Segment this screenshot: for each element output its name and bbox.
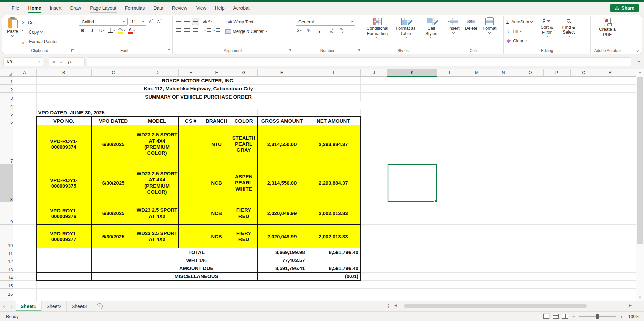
top-align-button[interactable] <box>175 18 182 25</box>
column-header-a[interactable]: A <box>13 69 36 76</box>
cell-misc-gross[interactable] <box>257 272 307 280</box>
cells-row12-right[interactable] <box>360 256 636 264</box>
cell-title-company[interactable]: ROYCE MOTOR CENTER, INC. <box>36 76 360 84</box>
cell-cs-2[interactable] <box>178 164 203 202</box>
align-right-button[interactable] <box>192 26 199 34</box>
zoom-slider-thumb[interactable] <box>596 314 599 319</box>
find-select-button[interactable]: Find & Select <box>558 17 579 38</box>
decrease-decimal-button[interactable]: .00→0 <box>338 27 345 34</box>
borders-button[interactable] <box>108 27 115 34</box>
middle-align-button[interactable] <box>183 18 191 25</box>
cell-a17-partial[interactable] <box>13 297 36 301</box>
cell-title-summary[interactable]: SUMMARY OF VEHICLE PURCHASE ORDER <box>36 92 360 101</box>
column-header-h[interactable]: H <box>257 69 307 76</box>
prev-sheet-button[interactable]: ‹ <box>0 301 8 311</box>
underline-button[interactable]: U <box>98 27 106 34</box>
cell-amount-due-label[interactable]: AMOUNT DUE <box>136 264 257 272</box>
orientation-button[interactable]: ab↗ <box>203 18 212 25</box>
row-header-11[interactable]: 11 <box>0 248 13 256</box>
column-header-q[interactable]: Q <box>570 69 597 76</box>
cells-row16[interactable] <box>36 288 636 297</box>
cell-gross-1[interactable]: 2,314,550.00 <box>257 125 307 164</box>
row-header-3[interactable]: 3 <box>0 92 13 101</box>
cell-misc-label[interactable]: MISCELLANEOUS <box>136 272 257 280</box>
column-header-p[interactable]: P <box>543 69 570 76</box>
column-header-sliver[interactable] <box>624 69 636 76</box>
cell-k8-selected[interactable] <box>387 164 437 202</box>
hscroll-right-icon[interactable]: ▶ <box>629 304 632 307</box>
cell-total-net[interactable]: 8,591,796.40 <box>307 248 360 256</box>
row-header-1[interactable]: 1 <box>0 76 13 84</box>
insert-function-button[interactable]: fx <box>68 59 72 65</box>
cells-row14-right[interactable] <box>360 272 636 280</box>
cell-net-3[interactable]: 2,002,013.83 <box>307 202 360 224</box>
enter-button[interactable]: ✓ <box>60 59 64 65</box>
align-center-button[interactable] <box>183 26 191 34</box>
wrap-text-button[interactable]: ↩ab Wrap Text <box>225 18 267 26</box>
vertical-scrollbar-thumb[interactable] <box>637 77 643 244</box>
column-header-e[interactable]: E <box>178 69 203 76</box>
tab-help[interactable]: Help <box>211 3 229 13</box>
tab-file[interactable]: File <box>7 3 24 13</box>
font-size-combo[interactable]: 11 <box>129 18 146 26</box>
cells-row2-right[interactable] <box>360 84 636 92</box>
cell-h5[interactable] <box>257 109 307 117</box>
cell-a7[interactable] <box>13 125 36 164</box>
name-box[interactable]: K8 <box>3 57 43 66</box>
cells-row6-right[interactable] <box>360 117 636 125</box>
cells-row15[interactable] <box>36 280 636 288</box>
tab-data[interactable]: Data <box>149 3 168 13</box>
select-all-corner[interactable] <box>0 69 13 76</box>
cell-vpo-dated-3[interactable]: 6/30/2025 <box>91 202 136 224</box>
delete-cells-button[interactable]: ✕ Delete <box>463 17 479 34</box>
increase-font-button[interactable]: Aˆ <box>147 18 155 25</box>
cell-a6[interactable] <box>13 117 36 125</box>
cell-styles-button[interactable]: Cell Styles <box>421 17 442 39</box>
increase-decimal-button[interactable]: ←0.00 <box>328 27 335 34</box>
cells-row17-partial[interactable] <box>36 297 636 301</box>
cells-row5-right[interactable] <box>360 109 636 117</box>
cell-vpo-dated-4[interactable]: 6/30/2025 <box>91 224 136 248</box>
row-header-12[interactable]: 12 <box>0 256 13 264</box>
cell-net-4[interactable]: 2,002,013.83 <box>307 224 360 248</box>
row-header-16[interactable]: 16 <box>0 288 13 297</box>
cell-b11[interactable] <box>36 248 91 256</box>
cell-c12[interactable] <box>91 256 136 264</box>
normal-view-button[interactable] <box>543 314 549 319</box>
cell-a13[interactable] <box>13 264 36 272</box>
cell-model-3[interactable]: WD23 2.5 SPORT AT 4X2 <box>136 202 178 224</box>
decrease-indent-button[interactable]: ← <box>203 26 211 34</box>
alignment-dialog-launcher[interactable] <box>288 49 291 52</box>
cells-row8-right[interactable] <box>437 164 636 202</box>
cell-wht-net[interactable] <box>307 256 360 264</box>
paste-button[interactable]: Paste <box>5 17 20 37</box>
row-header-7[interactable]: 7 <box>0 125 13 164</box>
format-as-table-button[interactable]: Format as Table <box>392 17 419 39</box>
horizontal-scrollbar[interactable] <box>401 303 627 309</box>
cell-c14[interactable] <box>91 272 136 280</box>
vertical-scrollbar[interactable]: ▲ ▼ <box>636 69 644 301</box>
row-header-4[interactable]: 4 <box>0 101 13 109</box>
tab-acrobat[interactable]: Acrobat <box>229 3 254 13</box>
header-vpo-no[interactable]: VPO NO. <box>36 117 91 125</box>
sheet-tab-sheet2[interactable]: Sheet2 <box>42 301 67 311</box>
cell-a9[interactable] <box>13 202 36 224</box>
cell-vpo-dated-2[interactable]: 6/30/2025 <box>91 164 136 202</box>
cell-a11[interactable] <box>13 248 36 256</box>
bold-button[interactable]: B <box>79 27 86 34</box>
cell-color-4[interactable]: FIERY RED <box>230 224 257 248</box>
cell-title-address[interactable]: Km. 112, Maharlika Highway, Cabanatuan C… <box>36 84 360 92</box>
header-color[interactable]: COLOR <box>230 117 257 125</box>
format-painter-button[interactable]: Format Painter <box>22 37 58 46</box>
new-sheet-button[interactable]: + <box>97 303 103 309</box>
zoom-slider[interactable] <box>579 316 616 317</box>
column-header-d[interactable]: D <box>136 69 178 76</box>
cell-a10[interactable] <box>13 224 36 248</box>
cell-a3[interactable] <box>13 92 36 101</box>
cell-vpo-dated-1[interactable]: 6/30/2025 <box>91 125 136 164</box>
zoom-percentage[interactable]: 100% <box>627 314 639 319</box>
cells-row10-right[interactable] <box>360 224 636 248</box>
conditional-formatting-button[interactable]: Conditional Formatting <box>364 17 390 39</box>
cells-row11-right[interactable] <box>360 248 636 256</box>
cell-a4[interactable] <box>13 101 36 109</box>
